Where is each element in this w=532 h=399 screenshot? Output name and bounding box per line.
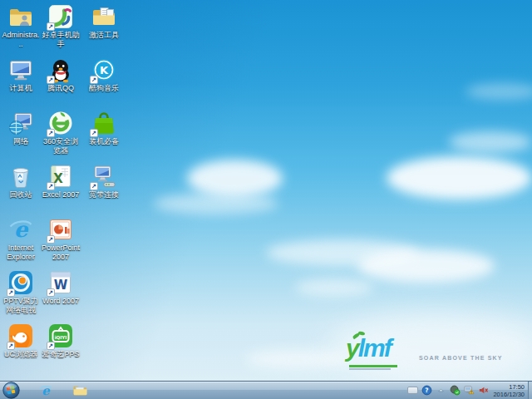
icon-label: PowerPoint 2007 bbox=[40, 244, 81, 262]
desktop-icon-uc-browser[interactable]: ↗ UC浏览器 bbox=[2, 323, 40, 376]
network-warning-icon[interactable] bbox=[463, 385, 475, 397]
icon-label: UC浏览器 bbox=[4, 350, 37, 359]
powerpoint-2007-icon: ↗ bbox=[47, 216, 74, 243]
svg-text:?: ? bbox=[425, 387, 428, 394]
desktop-icon-broadband[interactable]: ↗ 宽带连接 bbox=[81, 163, 126, 216]
kugou-music-icon: K ↗ bbox=[91, 57, 117, 83]
clock-time: 17:50 bbox=[493, 383, 525, 391]
show-hidden-icons-button[interactable] bbox=[435, 385, 446, 397]
shortcut-arrow-icon: ↗ bbox=[90, 129, 98, 137]
shortcut-arrow-icon: ↗ bbox=[90, 76, 98, 84]
desktop-icon-administrator[interactable]: Administra... bbox=[2, 3, 40, 57]
360-secure-browser-icon: ↗ bbox=[47, 110, 74, 136]
svg-text:X: X bbox=[53, 171, 63, 186]
help-icon[interactable]: ? bbox=[421, 385, 432, 397]
uc-browser-icon: ↗ bbox=[7, 323, 34, 349]
tencent-qq-icon: ↗ bbox=[47, 57, 74, 83]
shortcut-arrow-icon: ↗ bbox=[90, 182, 98, 190]
brand-text: ylmf bbox=[346, 334, 391, 362]
haozhuo-phone-assistant-icon: ↗ bbox=[47, 3, 74, 30]
volume-muted-icon[interactable] bbox=[477, 385, 489, 397]
desktop-icon-kugou[interactable]: K ↗ 酷狗音乐 bbox=[81, 57, 126, 110]
shortcut-arrow-icon: ↗ bbox=[7, 342, 15, 350]
iqiyi-pps-icon: iQIYI ↗ bbox=[47, 323, 74, 349]
pptv-icon: ↗ bbox=[7, 269, 34, 296]
desktop-icon-activation-tools[interactable]: 激活工具 bbox=[81, 3, 126, 57]
svg-text:W: W bbox=[54, 278, 68, 293]
desktop-icon-pptv[interactable]: ↗ PPTV聚力 网络电视 bbox=[2, 269, 40, 323]
icon-label: 腾讯QQ bbox=[47, 84, 74, 93]
shortcut-arrow-icon: ↗ bbox=[47, 235, 55, 244]
svg-text:K: K bbox=[100, 64, 109, 76]
language-indicator[interactable] bbox=[406, 385, 418, 397]
icon-label: Administra... bbox=[2, 31, 40, 49]
essential-software-bag-icon: ↗ bbox=[91, 110, 117, 136]
internet-explorer-icon: e bbox=[7, 216, 34, 243]
brand-tagline: SOAR ABOVE THE SKY bbox=[419, 355, 503, 361]
desktop-icon-haozhuo[interactable]: ↗ 好卓手机助手 bbox=[40, 3, 81, 57]
svg-text:iQIYI: iQIYI bbox=[55, 335, 67, 340]
clock-date: 2016/12/30 bbox=[493, 391, 525, 398]
icon-label: 360安全浏览器 bbox=[40, 137, 81, 155]
desktop-icon-essential-software[interactable]: ↗ 装机必备 bbox=[81, 110, 126, 163]
icon-label: 装机必备 bbox=[89, 137, 119, 146]
excel-2007-icon: X ↗ bbox=[47, 163, 74, 190]
administrator-folder-icon bbox=[7, 3, 34, 30]
computer-icon bbox=[7, 57, 34, 83]
taskbar: e ? 17:50 2016/ bbox=[0, 381, 532, 399]
desktop-icon-powerpoint[interactable]: ↗ PowerPoint 2007 bbox=[40, 216, 81, 269]
desktop: ylmf SOAR ABOVE THE SKY Administra... 计算… bbox=[0, 0, 532, 399]
svg-text:e: e bbox=[42, 383, 50, 397]
icon-label: 好卓手机助手 bbox=[40, 31, 81, 49]
desktop-icon-computer[interactable]: 计算机 bbox=[2, 57, 40, 110]
icon-label: Word 2007 bbox=[42, 297, 79, 306]
taskbar-left: e bbox=[0, 382, 88, 399]
icon-label: 爱奇艺PPS bbox=[42, 350, 79, 359]
desktop-icon-internet-explorer[interactable]: e Internet Explorer bbox=[2, 216, 40, 269]
icon-column-2: ↗ 好卓手机助手 ↗ 腾讯QQ ↗ 360安全浏览器 X ↗ Excel 200… bbox=[40, 3, 81, 376]
icon-label: Internet Explorer bbox=[2, 244, 40, 262]
icon-label: 酷狗音乐 bbox=[89, 84, 119, 93]
system-tray: ? 17:50 2016/12/30 bbox=[406, 382, 532, 399]
start-button[interactable] bbox=[2, 382, 20, 399]
icon-label: PPTV聚力 网络电视 bbox=[2, 297, 40, 315]
desktop-icon-word[interactable]: W ↗ Word 2007 bbox=[40, 269, 81, 323]
shortcut-arrow-icon: ↗ bbox=[47, 22, 55, 31]
desktop-icon-iqiyi-pps[interactable]: iQIYI ↗ 爱奇艺PPS bbox=[40, 323, 81, 376]
desktop-icon-network[interactable]: 网络 bbox=[2, 110, 40, 163]
activation-tools-folder-icon bbox=[91, 3, 117, 30]
shortcut-arrow-icon: ↗ bbox=[47, 76, 55, 84]
security-check-icon[interactable] bbox=[449, 385, 461, 397]
icon-label: 宽带连接 bbox=[89, 190, 119, 200]
shortcut-arrow-icon: ↗ bbox=[47, 182, 55, 190]
broadband-connection-icon: ↗ bbox=[91, 163, 117, 190]
brand-underline-small bbox=[349, 368, 391, 370]
desktop-icon-excel[interactable]: X ↗ Excel 2007 bbox=[40, 163, 81, 216]
icon-label: 激活工具 bbox=[89, 31, 119, 40]
shortcut-arrow-icon: ↗ bbox=[7, 288, 15, 297]
icon-label: 计算机 bbox=[10, 84, 32, 93]
network-icon bbox=[7, 110, 34, 136]
icon-column-1: Administra... 计算机 网络 回收站 e Internet Expl… bbox=[2, 3, 40, 376]
desktop-icon-360-browser[interactable]: ↗ 360安全浏览器 bbox=[40, 110, 81, 163]
recycle-bin-icon bbox=[7, 163, 34, 190]
word-2007-icon: W ↗ bbox=[47, 269, 74, 296]
taskbar-clock[interactable]: 17:50 2016/12/30 bbox=[493, 383, 525, 398]
show-desktop-button[interactable] bbox=[528, 382, 532, 399]
desktop-icon-recycle-bin[interactable]: 回收站 bbox=[2, 163, 40, 216]
wallpaper-brand-logo: ylmf SOAR ABOVE THE SKY bbox=[346, 336, 512, 374]
icon-label: Excel 2007 bbox=[42, 190, 80, 200]
shortcut-arrow-icon: ↗ bbox=[47, 129, 55, 137]
shortcut-arrow-icon: ↗ bbox=[47, 288, 55, 297]
taskbar-internet-explorer-button[interactable]: e bbox=[37, 383, 54, 398]
icon-column-3: 激活工具 K ↗ 酷狗音乐 ↗ 装机必备 ↗ 宽带连接 bbox=[81, 3, 126, 216]
icon-label: 回收站 bbox=[10, 190, 32, 200]
brand-underline bbox=[349, 365, 397, 367]
desktop-icon-qq[interactable]: ↗ 腾讯QQ bbox=[40, 57, 81, 110]
shortcut-arrow-icon: ↗ bbox=[47, 342, 55, 350]
taskbar-explorer-button[interactable] bbox=[71, 383, 88, 398]
icon-label: 网络 bbox=[13, 137, 28, 146]
